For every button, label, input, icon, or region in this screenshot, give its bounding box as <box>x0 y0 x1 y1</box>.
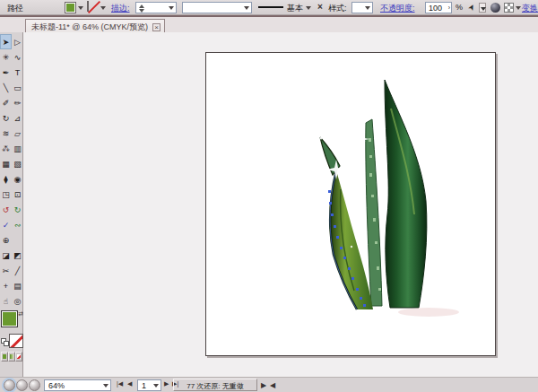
scale-tool[interactable]: ⊿ <box>12 110 23 126</box>
brush-combo-arrow-icon[interactable] <box>244 6 249 13</box>
live-paint-selection-tool-icon: ⊡ <box>14 190 22 199</box>
hand-tool[interactable]: ☝ <box>0 293 12 309</box>
paint-mode-buttons <box>1 352 23 362</box>
live-paint-selection-tool[interactable]: ⊡ <box>12 187 23 202</box>
plant-artwork[interactable] <box>206 53 495 355</box>
line-segment-tool[interactable]: ╲ <box>0 80 12 95</box>
brush-combo[interactable] <box>182 2 252 13</box>
symbol-sprayer-tool-icon: ⁂ <box>2 144 10 153</box>
pink-smudge <box>398 308 459 317</box>
style-combo[interactable] <box>351 2 373 13</box>
live-paint-bucket-tool[interactable]: ◳ <box>0 187 12 202</box>
scissors-tool[interactable]: ✂ <box>0 263 12 278</box>
target-tool[interactable]: ⊕ <box>0 232 12 248</box>
free-transform-tool[interactable]: ▱ <box>12 126 23 141</box>
red-swirl-tool[interactable]: ↺ <box>0 202 12 217</box>
knife-tool[interactable]: ╱ <box>12 263 23 278</box>
leaf-right[interactable] <box>385 80 427 308</box>
stroke-weight-combo[interactable] <box>135 2 177 13</box>
warp-tool[interactable]: ≋ <box>0 126 12 141</box>
screen-mode-menu-button[interactable] <box>16 379 28 391</box>
color-mode-button[interactable] <box>1 352 8 362</box>
blue-check-tool[interactable]: ✓ <box>0 217 12 232</box>
default-fill-stroke-icon[interactable] <box>1 338 9 346</box>
brush-libraries-icon[interactable]: × <box>317 3 323 12</box>
stroke-color-swatch[interactable] <box>87 1 89 12</box>
first-page-button[interactable]: |◀ <box>117 380 123 388</box>
pasteboard[interactable] <box>23 32 538 377</box>
brush-definition-value[interactable]: 基本 <box>287 3 303 14</box>
select-similar-icon[interactable]: ➤ <box>466 2 477 12</box>
opacity-stepper-icon[interactable]: › <box>448 4 450 11</box>
symbol-sprayer-tool[interactable]: ⁂ <box>0 141 12 156</box>
zoom-combo-arrow-icon[interactable] <box>103 384 108 390</box>
screen-mode-full-button[interactable] <box>29 379 40 391</box>
type-tool[interactable]: T <box>12 65 23 80</box>
green-curve-tool[interactable]: ∾ <box>12 217 23 232</box>
graph-tool-icon: ▥ <box>13 144 22 153</box>
status-collapse-icon[interactable]: ◀ <box>270 381 275 389</box>
stroke-dropdown-arrow-icon[interactable] <box>100 6 106 13</box>
tool-palette: ➤▷✳∿✒T╲▭✐✏↻⊿≋▱⁂▥▦▧⧫◉◳⊡↺↻✓∾⊕◪◩✂╱+▤☝◎ ⇄ <box>0 32 23 377</box>
pen-tool[interactable]: ✒ <box>0 65 12 80</box>
none-mode-button[interactable] <box>15 352 22 362</box>
prev-page-button[interactable]: ◀ <box>127 380 132 388</box>
zoom-level-combo[interactable]: 64% <box>44 379 111 391</box>
brush-definition-arrow-icon[interactable] <box>306 6 311 13</box>
opacity-panel-link[interactable]: 不透明度: <box>380 3 415 14</box>
hand-tool-icon: ☝ <box>4 297 8 306</box>
gradient-tool[interactable]: ▧ <box>12 156 23 171</box>
selection-tool[interactable]: ➤ <box>0 34 12 49</box>
page-tool[interactable]: ▤ <box>12 278 23 293</box>
magic-wand-tool[interactable]: ✳ <box>0 49 12 65</box>
opacity-input[interactable]: 100 › <box>425 2 452 13</box>
page-number-combo[interactable]: 1 <box>137 379 161 391</box>
paintbrush-tool[interactable]: ✐ <box>0 95 12 110</box>
lasso-tool[interactable]: ∿ <box>12 49 23 65</box>
fill-color-swatch[interactable] <box>65 2 76 13</box>
mesh-tool[interactable]: ▦ <box>0 156 12 171</box>
next-page-button[interactable]: ▶ <box>164 380 169 388</box>
select-similar-options[interactable] <box>479 3 486 13</box>
transparency-grid-arrow-icon[interactable] <box>516 6 521 13</box>
green-rotate-tool-icon: ↻ <box>14 205 22 214</box>
stroke-panel-link[interactable]: 描边: <box>111 3 130 14</box>
style-combo-arrow-icon[interactable] <box>365 6 370 13</box>
recolor-artwork-icon[interactable] <box>490 3 500 13</box>
direct-selection-tool-icon: ▷ <box>14 38 21 47</box>
status-readout[interactable]: 77 次还原: 无重做 <box>173 379 257 391</box>
stroke-indicator-swatch[interactable] <box>9 334 23 348</box>
transform-panel-link[interactable]: 变换 <box>522 3 538 14</box>
transparency-grid-icon[interactable] <box>504 3 514 13</box>
slice-tool[interactable]: ◪ <box>0 248 12 263</box>
green-rotate-tool[interactable]: ↻ <box>12 202 23 217</box>
zoom-tool[interactable]: ◎ <box>12 293 23 309</box>
eyedropper-tool[interactable]: ⧫ <box>0 171 12 187</box>
rotate-tool[interactable]: ↻ <box>0 110 12 126</box>
artboard[interactable] <box>205 52 496 356</box>
leaf-middle[interactable] <box>366 119 382 306</box>
gradient-mode-button[interactable] <box>8 352 15 362</box>
slice-selection-tool[interactable]: ◩ <box>12 248 23 263</box>
tab-close-icon[interactable]: × <box>152 23 161 31</box>
pencil-tool[interactable]: ✏ <box>12 95 23 110</box>
fill-indicator-swatch[interactable] <box>1 310 18 327</box>
context-label: 路径 <box>7 3 23 14</box>
fill-dropdown-arrow-icon[interactable] <box>78 6 83 13</box>
control-bar: 路径 描边: 基本 × 样式: 不透明度: 100 › % ➤ <box>0 0 538 15</box>
direct-selection-tool[interactable]: ▷ <box>12 34 23 49</box>
stroke-weight-arrow-icon[interactable] <box>169 6 174 13</box>
page-combo-arrow-icon[interactable] <box>153 384 159 390</box>
blend-tool[interactable]: ◉ <box>12 171 23 187</box>
stroke-weight-stepper-icon[interactable] <box>138 4 144 13</box>
measure-tool[interactable]: + <box>0 278 12 293</box>
opacity-value: 100 <box>429 4 442 13</box>
rectangle-tool[interactable]: ▭ <box>12 80 23 95</box>
graph-tool[interactable]: ▥ <box>12 141 23 156</box>
status-bar: 64% |◀ ◀ 1 ▶ ▶| 77 次还原: 无重做 ▶ ◀ <box>0 377 538 392</box>
document-tab-strip: 未标题-11* @ 64% (CMYK/预览)× <box>0 15 538 32</box>
red-swirl-tool-icon: ↺ <box>3 205 10 214</box>
screen-mode-normal-button[interactable] <box>4 379 15 391</box>
status-expand-icon[interactable]: ▶ <box>261 381 266 389</box>
blue-check-tool-icon: ✓ <box>3 221 10 230</box>
